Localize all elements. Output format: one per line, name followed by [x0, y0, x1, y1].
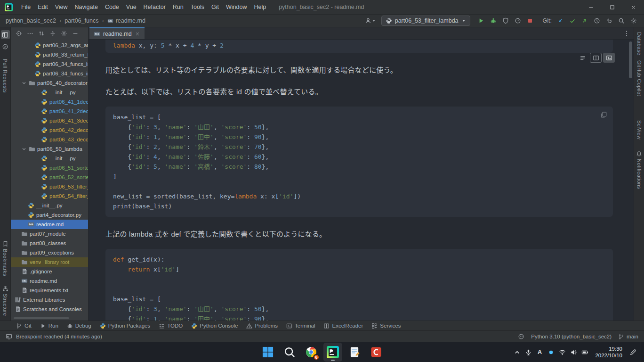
window-maximize-button[interactable] [602, 0, 623, 14]
tab-options-icon[interactable] [623, 30, 630, 37]
close-tab-icon[interactable] [135, 31, 140, 37]
toolwindow-terminal[interactable]: Terminal [282, 321, 319, 330]
rollback-button[interactable] [604, 15, 615, 26]
tree-item-venv[interactable]: venvlibrary root [11, 257, 88, 267]
tree-item-readme-md[interactable]: readme.md [11, 276, 88, 286]
menu-code[interactable]: Code [102, 2, 122, 12]
tool-stripe-database[interactable]: Database [636, 32, 642, 56]
tab-readme[interactable]: readme.md [89, 27, 145, 39]
taskbar-notepad[interactable] [345, 343, 364, 362]
taskbar-chrome[interactable]: 6 [302, 343, 321, 362]
taskbar-red-app[interactable] [367, 343, 386, 362]
debug-button[interactable] [488, 15, 499, 26]
toolwindow-problems[interactable]: Problems [242, 321, 282, 330]
commit-button[interactable] [567, 15, 578, 26]
tree-item-part06-32-args-are-t[interactable]: part06_32_args_are_t [11, 41, 88, 50]
tray-dot[interactable] [545, 343, 556, 362]
tree-item-part09-exceptions[interactable]: part09_exceptions [11, 248, 88, 257]
user-menu-button[interactable] [365, 15, 376, 26]
tree-item--init-py[interactable]: __init__.py [11, 88, 88, 97]
tree-item--gitignore[interactable]: .gitignore [11, 267, 88, 276]
tool-stripe-bookmarks[interactable]: Bookmarks [2, 241, 8, 276]
tree-item-requirements-txt[interactable]: requirements.txt [11, 286, 88, 295]
gear-button[interactable] [61, 30, 67, 37]
history-button[interactable] [591, 15, 603, 26]
tool-windows-icon[interactable] [6, 333, 12, 340]
git-branch[interactable]: main [618, 334, 638, 340]
taskbar-clock[interactable]: 19:30 2022/10/10 [591, 346, 626, 359]
show-desktop-button[interactable] [641, 342, 643, 362]
tray-volume[interactable] [568, 343, 579, 362]
tree-item-part06-53-filter-lam[interactable]: part06_53_filter_lam [11, 182, 88, 191]
tree-item-part08-classes[interactable]: part08_classes [11, 239, 88, 248]
toolwindow-debug[interactable]: Debug [63, 321, 95, 330]
updown-button[interactable] [38, 30, 45, 37]
window-close-button[interactable] [623, 0, 644, 14]
tree-item-part06-52-sorted-nc[interactable]: part06_52_sorted_nc [11, 173, 88, 182]
tray-wifi[interactable] [556, 343, 568, 362]
show-editor-button[interactable] [577, 53, 588, 63]
collapseAll-button[interactable] [49, 30, 56, 37]
toolwindow-todo[interactable]: TODO [155, 321, 186, 330]
tree-item-part06-50-lambda[interactable]: part06_50_lambda [11, 144, 88, 154]
breadcrumb-item-readme-md[interactable]: readme.md [107, 17, 145, 24]
tree-item-part06-42-deco-den[interactable]: part06_42_deco_den [11, 125, 88, 135]
chevron-down-icon[interactable] [21, 80, 27, 86]
toolwindow-python-packages[interactable]: Python Packages [96, 321, 154, 330]
tree-item-part06-34-funcs-in-[interactable]: part06_34_funcs_in_ [11, 59, 88, 69]
tree-item-scratches-and-consoles[interactable]: Scratches and Consoles [11, 304, 88, 314]
run-coverage-button[interactable] [500, 15, 511, 26]
taskbar-search[interactable] [280, 343, 299, 362]
menu-view[interactable]: View [52, 2, 71, 12]
tray-pen[interactable] [627, 343, 638, 362]
toolwindow-excelreader[interactable]: ExcelReader [320, 321, 367, 330]
settings-button[interactable] [628, 15, 639, 26]
tree-item-part06-54-filter-non[interactable]: part06_54_filter_non [11, 191, 88, 201]
tree-item-part06-40-decorator[interactable]: part06_40_decorator [11, 78, 88, 88]
show-preview-button[interactable] [603, 53, 615, 63]
toolwindow-services[interactable]: Services [368, 321, 404, 330]
taskbar-start[interactable] [258, 343, 277, 362]
tree-item-part06-34-funcs-in-1[interactable]: part06_34_funcs_in_1 [11, 69, 88, 78]
menu-run[interactable]: Run [169, 2, 187, 12]
target-button[interactable] [16, 30, 22, 37]
tray-battery[interactable] [579, 343, 590, 362]
editor-scrollbar[interactable] [629, 41, 632, 78]
update-project-button[interactable] [555, 15, 566, 26]
tool-stripe-pull-requests[interactable]: Pull Requests [2, 59, 8, 93]
window-minimize-button[interactable] [580, 0, 602, 14]
tree-item-part06-41-2deco-de[interactable]: part06_41_2deco_de [11, 107, 88, 116]
tree-item-external-libraries[interactable]: External Libraries [11, 295, 88, 304]
menu-window[interactable]: Window [223, 2, 250, 12]
run-config-selector[interactable]: part06_53_filter_lambda [381, 16, 470, 26]
menu-edit[interactable]: Edit [34, 2, 51, 12]
optsH-button[interactable] [27, 30, 33, 37]
menu-tools[interactable]: Tools [187, 2, 208, 12]
commit-tool-button[interactable] [1, 42, 10, 51]
breadcrumb-item-part06-funcs[interactable]: part06_funcs [64, 17, 98, 24]
tool-stripe-sciview[interactable]: SciView [636, 120, 642, 140]
menu-git[interactable]: Git [208, 2, 222, 12]
tool-stripe-notifications[interactable]: Notifications [636, 151, 642, 189]
tree-item-part06-41-1deco-de[interactable]: part06_41_1deco_de [11, 97, 88, 107]
copy-code-icon[interactable] [600, 111, 607, 118]
tree-item-part4-decorator-py[interactable]: part4_decorator.py [11, 210, 88, 220]
tree-item--init-py[interactable]: __init__.py [11, 201, 88, 210]
menu-navigate[interactable]: Navigate [72, 2, 101, 12]
copilot-status-icon[interactable] [518, 333, 524, 340]
tree-item-part06-41-3deco-de[interactable]: part06_41_3deco_de [11, 116, 88, 125]
menu-file[interactable]: File [18, 2, 34, 12]
minus-button[interactable] [72, 30, 79, 37]
profiler-button[interactable] [512, 15, 523, 26]
breadcrumb-item-python-basic-sec2[interactable]: python_basic_sec2 [6, 17, 56, 24]
menu-refactor[interactable]: Refactor [140, 2, 169, 12]
tool-stripe-github-copilot[interactable]: GitHub Copilot [636, 60, 642, 96]
push-button[interactable] [579, 15, 590, 26]
taskbar-pycharm[interactable] [323, 343, 342, 362]
tray-chevU[interactable] [511, 343, 523, 362]
chevron-down-icon[interactable] [21, 146, 27, 152]
search-everywhere-button[interactable] [616, 15, 627, 26]
run-button[interactable] [475, 15, 487, 26]
project-tool-button[interactable] [1, 30, 10, 39]
toolwindow-run[interactable]: Run [36, 321, 62, 330]
